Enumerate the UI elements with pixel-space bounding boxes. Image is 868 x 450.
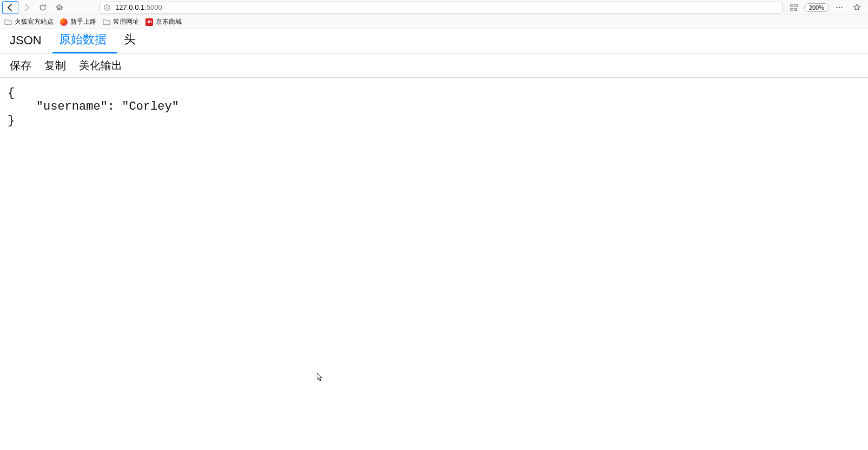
json-viewer-actions: 保存 复制 美化输出 xyxy=(0,53,868,78)
bookmark-jd[interactable]: JD 京东商城 xyxy=(145,17,182,26)
home-button[interactable] xyxy=(51,1,67,14)
url-host: 127.0.0.1 xyxy=(115,3,144,11)
reload-icon xyxy=(39,4,47,11)
tab-headers[interactable]: 头 xyxy=(117,26,147,53)
home-icon xyxy=(55,3,63,11)
arrow-right-icon xyxy=(22,3,31,12)
qr-icon xyxy=(790,4,798,11)
raw-json-content[interactable]: { "username": "Corley" } xyxy=(0,78,868,136)
info-icon xyxy=(103,4,111,11)
bookmark-label: 常用网址 xyxy=(113,17,139,26)
menu-button[interactable] xyxy=(832,1,846,14)
svg-rect-4 xyxy=(791,5,792,5)
pretty-print-button[interactable]: 美化输出 xyxy=(72,54,129,77)
svg-point-14 xyxy=(836,6,837,8)
url-bar[interactable]: 127.0.0.1:5000 xyxy=(100,2,783,14)
bookmark-label: 火狐官方站点 xyxy=(15,17,54,26)
folder-icon xyxy=(103,19,110,25)
svg-rect-6 xyxy=(796,5,796,5)
svg-rect-9 xyxy=(794,8,796,9)
firefox-icon xyxy=(60,18,68,26)
qr-button[interactable] xyxy=(787,1,801,14)
arrow-left-icon xyxy=(6,3,15,12)
save-button[interactable]: 保存 xyxy=(3,54,38,77)
jd-icon: JD xyxy=(145,18,153,26)
bookmark-label: 新手上路 xyxy=(70,17,96,26)
bookmark-firefox-official[interactable]: 火狐官方站点 xyxy=(4,17,54,26)
svg-rect-12 xyxy=(796,10,797,11)
reload-button[interactable] xyxy=(35,1,51,14)
bookmark-getting-started[interactable]: 新手上路 xyxy=(60,17,96,26)
dots-icon xyxy=(836,4,843,11)
svg-point-15 xyxy=(839,6,840,8)
url-text: 127.0.0.1:5000 xyxy=(115,3,162,11)
forward-button[interactable] xyxy=(18,1,35,14)
bookmark-label: 京东商城 xyxy=(156,17,182,26)
svg-rect-11 xyxy=(794,10,796,11)
tab-json[interactable]: JSON xyxy=(3,28,52,53)
svg-point-16 xyxy=(841,6,842,8)
bookmark-star-button[interactable] xyxy=(850,1,864,14)
back-button[interactable] xyxy=(2,1,18,14)
star-icon xyxy=(853,3,861,11)
svg-rect-8 xyxy=(791,9,792,10)
svg-rect-13 xyxy=(795,9,796,10)
svg-point-1 xyxy=(107,5,108,6)
folder-icon xyxy=(4,19,12,25)
right-controls: 200% xyxy=(787,1,866,14)
url-port: :5000 xyxy=(144,3,162,11)
copy-button[interactable]: 复制 xyxy=(38,54,72,77)
zoom-badge[interactable]: 200% xyxy=(804,3,829,12)
browser-nav-toolbar: 127.0.0.1:5000 200% xyxy=(0,0,868,15)
tab-raw-data[interactable]: 原始数据 xyxy=(52,26,117,53)
svg-rect-10 xyxy=(796,8,797,9)
bookmark-common-sites[interactable]: 常用网址 xyxy=(103,17,139,26)
json-viewer-tabs: JSON 原始数据 头 xyxy=(0,29,868,53)
svg-rect-2 xyxy=(107,7,107,9)
